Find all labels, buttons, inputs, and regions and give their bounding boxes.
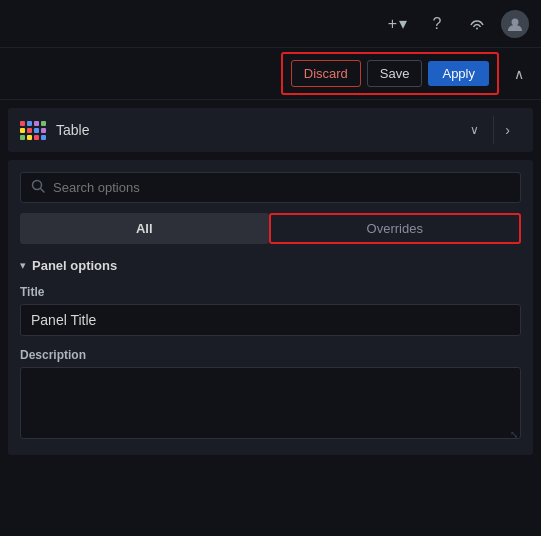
title-field-group: Title	[20, 285, 521, 348]
search-input[interactable]	[53, 180, 510, 195]
description-field-group: Description ⤡	[20, 348, 521, 443]
tabs-row: All Overrides	[20, 213, 521, 244]
title-field-input[interactable]	[20, 304, 521, 336]
svg-point-1	[512, 18, 519, 25]
action-buttons-group: Discard Save Apply	[281, 52, 499, 95]
apply-button[interactable]: Apply	[428, 61, 489, 86]
collapse-button[interactable]: ∧	[505, 60, 533, 88]
tab-all[interactable]: All	[20, 213, 269, 244]
plus-icon: +	[388, 15, 397, 33]
signal-icon	[468, 13, 486, 35]
panel-arrow-button[interactable]: ›	[493, 116, 521, 144]
collapse-icon: ∧	[514, 66, 524, 82]
search-box	[20, 172, 521, 203]
description-field-input[interactable]	[20, 367, 521, 439]
title-field-label: Title	[20, 285, 521, 299]
save-button[interactable]: Save	[367, 60, 423, 87]
search-icon	[31, 179, 45, 196]
resize-handle-icon: ⤡	[510, 430, 518, 440]
top-bar: + ▾ ?	[0, 0, 541, 48]
panel-type-icon	[20, 121, 46, 140]
description-textarea-wrap: ⤡	[20, 367, 521, 443]
panel-chevron-icon[interactable]: ∨	[470, 123, 479, 137]
svg-point-0	[476, 27, 478, 29]
options-panel: All Overrides ▾ Panel options Title Desc…	[8, 160, 533, 455]
action-bar: Discard Save Apply ∧	[0, 48, 541, 100]
section-chevron-icon[interactable]: ▾	[20, 259, 26, 272]
chevron-down-icon: ▾	[399, 14, 407, 33]
signal-button[interactable]	[461, 8, 493, 40]
avatar[interactable]	[501, 10, 529, 38]
description-field-label: Description	[20, 348, 521, 362]
svg-line-3	[41, 189, 45, 193]
help-icon: ?	[433, 15, 442, 33]
tab-overrides[interactable]: Overrides	[269, 213, 522, 244]
arrow-right-icon: ›	[505, 122, 510, 138]
help-button[interactable]: ?	[421, 8, 453, 40]
panel-header: Table ∨ ›	[8, 108, 533, 152]
panel-title: Table	[56, 122, 460, 138]
add-button[interactable]: + ▾	[382, 10, 413, 37]
section-panel-options-header: ▾ Panel options	[20, 258, 521, 273]
section-title: Panel options	[32, 258, 117, 273]
discard-button[interactable]: Discard	[291, 60, 361, 87]
